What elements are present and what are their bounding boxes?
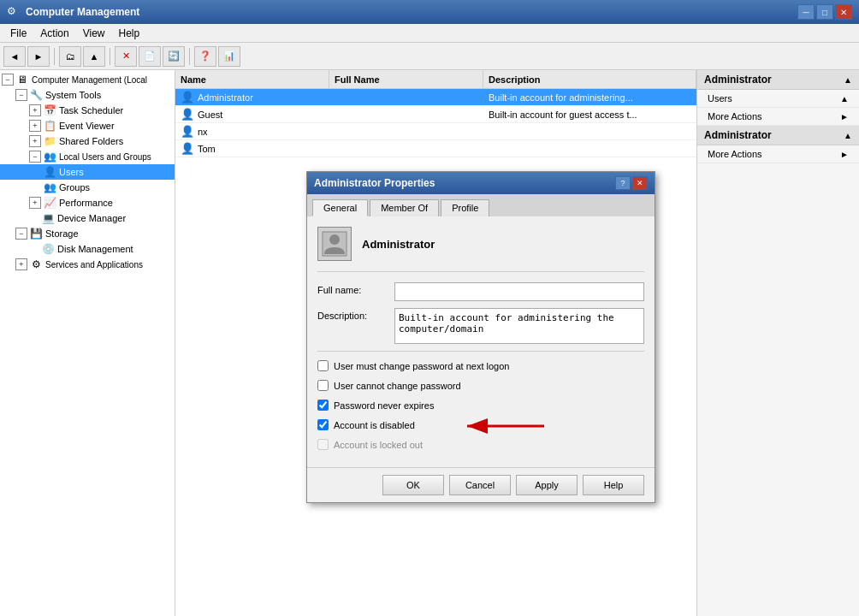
tree-label-groups: Groups [59,182,90,192]
accountdisabled-checkbox[interactable] [317,419,329,430]
forward-button[interactable]: ► [27,46,50,67]
show-hide-button[interactable]: 🗂 [59,46,81,67]
tree-label-localusers: Local Users and Groups [59,152,151,162]
admin-section-label: Administrator [704,129,772,141]
lockedout-checkbox[interactable] [317,439,329,450]
menu-action[interactable]: Action [33,26,75,41]
export-button[interactable]: 📊 [218,46,240,67]
list-row-guest[interactable]: 👤 Guest Built-in account for guest acces… [175,106,696,123]
tree-item-devmgr[interactable]: 💻 Device Manager [0,210,175,226]
lockedout-label: Account is locked out [334,440,423,450]
cannotchange-checkbox[interactable] [317,380,329,391]
menu-help[interactable]: Help [112,26,147,41]
tree-item-event[interactable]: + 📋 Event Viewer [0,118,175,133]
list-header: Name Full Name Description [175,70,696,89]
delete-button[interactable]: ✕ [115,46,137,67]
toolbar-separator-1 [54,48,55,65]
menu-view[interactable]: View [76,26,112,41]
maximize-button[interactable]: □ [816,4,833,20]
svg-point-1 [329,234,340,245]
arrow-more-admin-icon: ► [840,150,849,159]
tab-general[interactable]: General [312,199,368,216]
tree-item-diskmgmt[interactable]: 💿 Disk Management [0,241,175,257]
header-name[interactable]: Name [175,70,329,88]
fullname-input[interactable] [394,282,644,301]
dialog-title: Administrator Properties [314,177,610,189]
expander-event[interactable]: + [29,120,41,132]
cell-name-tom: 👤 Tom [175,141,329,157]
task-icon: 📅 [43,104,56,117]
tab-memberof[interactable]: Member Of [370,199,439,216]
tree-item-shared[interactable]: + 📁 Shared Folders [0,133,175,149]
accountdisabled-label: Account is disabled [334,420,415,430]
expander-task[interactable]: + [29,104,41,116]
expander-services[interactable]: + [15,258,27,270]
expander-shared[interactable]: + [29,135,41,147]
tree-item-system[interactable]: − 🔧 System Tools [0,87,175,103]
description-input[interactable]: Built-in account for administering the c… [394,308,644,344]
admin-properties-dialog: Administrator Properties ? ✕ General Mem… [306,171,655,503]
dialog-title-buttons: ? ✕ [615,176,648,190]
tree-label-services: Services and Applications [45,260,143,270]
cancel-button[interactable]: Cancel [449,475,511,495]
tree-item-services[interactable]: + ⚙ Services and Applications [0,257,175,272]
tree-label-performance: Performance [59,198,113,208]
close-button[interactable]: ✕ [835,4,852,20]
cell-desc-nx [483,131,696,133]
expander-storage[interactable]: − [15,228,27,240]
toolbar: ◄ ► 🗂 ▲ ✕ 📄 🔄 ❓ 📊 [0,43,859,70]
tree-item-localusers[interactable]: − 👥 Local Users and Groups [0,149,175,164]
cell-desc-tom [483,148,696,150]
checkbox-neverexpires-row: Password never expires [317,398,644,412]
tree-item-groups[interactable]: 👥 Groups [0,180,175,195]
minimize-button[interactable]: ─ [797,4,815,20]
list-row-nx[interactable]: 👤 nx [175,123,696,140]
expander-performance[interactable]: + [29,197,41,209]
groups-icon: 👥 [43,181,56,194]
expander-system[interactable]: − [15,89,27,101]
list-row-tom[interactable]: 👤 Tom [175,140,696,157]
window-controls: ─ □ ✕ [797,4,852,20]
chevron-admin-icon: ▲ [844,131,852,140]
refresh-button[interactable]: 🔄 [163,46,185,67]
tree-item-users[interactable]: 👤 Users [0,164,175,180]
ok-button[interactable]: OK [382,475,444,495]
list-row-administrator[interactable]: 👤 Administrator Built-in account for adm… [175,89,696,106]
dialog-close-btn[interactable]: ✕ [632,176,648,190]
tree-item-root[interactable]: − 🖥 Computer Management (Local [0,72,175,87]
back-button[interactable]: ◄ [3,46,26,67]
up-button[interactable]: ▲ [83,46,105,67]
tree-label-devmgr: Device Manager [57,213,126,223]
tree-item-task[interactable]: + 📅 Task Scheduler [0,103,175,118]
menu-file[interactable]: File [3,26,33,41]
help-button[interactable]: Help [583,475,644,495]
actions-more-actions-admin[interactable]: More Actions ► [697,145,859,163]
tree-item-storage[interactable]: − 💾 Storage [0,226,175,241]
actions-item-users-more[interactable]: Users ▲ [697,90,859,108]
expander-root[interactable]: − [2,74,14,86]
dialog-user-icon [317,227,352,261]
mustchange-checkbox[interactable] [317,360,329,371]
tree-label-shared: Shared Folders [59,136,123,146]
users-icon: 👤 [43,165,56,179]
tab-profile[interactable]: Profile [441,199,489,216]
neverexpires-checkbox[interactable] [317,400,329,411]
properties-button[interactable]: 📄 [139,46,161,67]
actions-more-actions-users[interactable]: More Actions ► [697,108,859,126]
shared-icon: 📁 [43,134,56,148]
header-description[interactable]: Description [483,70,696,88]
cell-fullname-guest [329,114,483,116]
help-button[interactable]: ❓ [194,46,216,67]
tree-panel: − 🖥 Computer Management (Local − 🔧 Syste… [0,70,175,616]
fullname-row: Full name: [317,282,644,301]
cell-desc-guest: Built-in account for guest access t... [483,109,696,121]
dialog-help-btn[interactable]: ? [615,176,631,190]
tree-label-event: Event Viewer [59,121,115,131]
expander-localusers[interactable]: − [29,151,41,163]
cell-name-guest: 👤 Guest [175,107,329,122]
tree-item-performance[interactable]: + 📈 Performance [0,195,175,210]
toolbar-separator-3 [189,48,190,65]
cell-fullname-nx [329,131,483,133]
apply-button[interactable]: Apply [516,475,578,495]
header-fullname[interactable]: Full Name [329,70,483,88]
